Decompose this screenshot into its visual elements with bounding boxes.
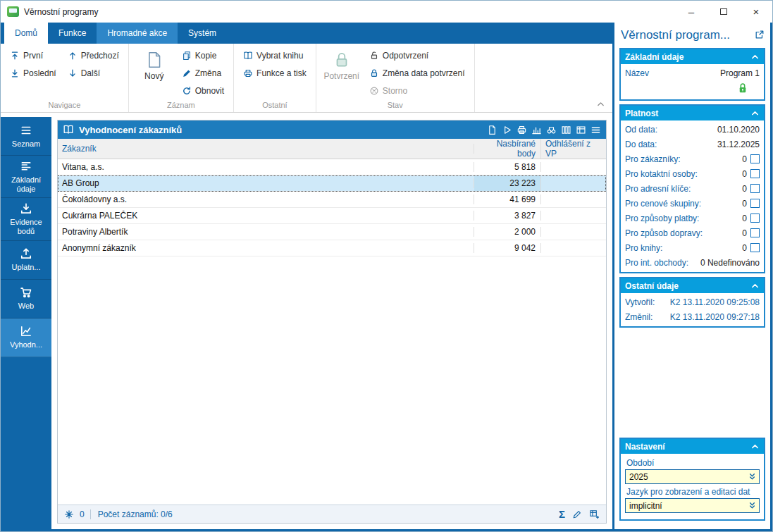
- run-icon[interactable]: [502, 125, 512, 135]
- sidebar-item-evidence-bodu[interactable]: Evidence bodů: [1, 198, 51, 240]
- storno-button[interactable]: Storno: [365, 82, 469, 99]
- section-body: Název Program 1: [621, 64, 764, 99]
- column-header-customer[interactable]: Zákazník: [58, 144, 474, 154]
- print-icon[interactable]: [517, 125, 527, 135]
- table-row[interactable]: Čokoládovny a.s. 41 699: [58, 192, 606, 208]
- checkbox[interactable]: [750, 199, 760, 208]
- sum-icon[interactable]: Σ: [559, 508, 565, 520]
- last-button[interactable]: Poslední: [6, 64, 61, 82]
- tab-domu[interactable]: Domů: [4, 23, 48, 44]
- cell-points: 41 699: [474, 194, 541, 204]
- field-label: Pro cenové skupiny:: [625, 199, 701, 209]
- previous-button[interactable]: Předchozí: [63, 47, 123, 64]
- section-header-ostatni[interactable]: Ostatní údaje: [621, 278, 764, 293]
- window-controls: – ×: [675, 1, 772, 23]
- maximize-button[interactable]: [707, 1, 740, 23]
- table-row[interactable]: Anonymní zákazník 9 042: [58, 240, 606, 256]
- app-icon: [7, 6, 19, 17]
- view-switch-icon[interactable]: [576, 125, 586, 135]
- first-label: První: [23, 51, 43, 61]
- ribbon-tabstrip: Domů Funkce Hromadné akce Systém: [1, 23, 612, 44]
- filter-flake-icon[interactable]: [64, 509, 74, 519]
- table-row[interactable]: Potraviny Albertík 2 000: [58, 224, 606, 240]
- chart-icon[interactable]: [531, 125, 542, 135]
- checkbox[interactable]: [750, 228, 760, 237]
- period-dropdown[interactable]: 2025: [625, 469, 760, 484]
- section-zakladni-udaje: Základní údaje Název Program 1: [619, 48, 765, 101]
- section-title: Základní údaje: [625, 52, 684, 62]
- change-date-lock-icon: [369, 68, 379, 78]
- confirmed-lock-row: [625, 80, 760, 97]
- columns-icon[interactable]: [561, 125, 571, 135]
- column-header-points[interactable]: Nasbírané body: [474, 139, 541, 159]
- copy-button[interactable]: Kopie: [178, 47, 228, 64]
- section-header-zakladni[interactable]: Základní údaje: [621, 49, 764, 64]
- sidebar-item-zakladni-udaje[interactable]: Základní údaje: [1, 156, 51, 198]
- close-button[interactable]: ×: [740, 1, 772, 23]
- language-dropdown[interactable]: implicitní: [625, 498, 760, 513]
- section-title: Platnost: [625, 109, 658, 118]
- field-row: Pro kotaktní osoby: 0: [625, 166, 760, 181]
- new-button[interactable]: Nový: [134, 47, 175, 81]
- change-confirm-date-button[interactable]: Změna data potvrzení: [365, 64, 469, 82]
- checkbox[interactable]: [750, 243, 760, 252]
- checkbox[interactable]: [750, 154, 760, 163]
- edit-icon[interactable]: [572, 509, 582, 519]
- confirm-button[interactable]: Potvrzení: [321, 47, 362, 81]
- section-platnost: Platnost Od data: 01.10.2020 Do data: 31…: [619, 104, 765, 273]
- sidebar-item-vyhodnoceni[interactable]: Vyhodn...: [1, 318, 51, 357]
- previous-label: Předchozí: [81, 51, 119, 61]
- section-header-nastaveni[interactable]: Nastavení: [621, 439, 764, 454]
- language-label: Jazyk pro zobrazení a editaci dat: [626, 487, 759, 497]
- menu-icon[interactable]: [590, 125, 601, 135]
- sidebar-item-seznam[interactable]: Seznam: [1, 117, 51, 156]
- field-label: Pro knihy:: [625, 243, 662, 253]
- sidebar-item-label: Evidence bodů: [2, 218, 50, 235]
- field-value: K2 13.11.2020 09:27:18: [670, 312, 760, 322]
- change-button[interactable]: Změna: [178, 64, 228, 82]
- field-label: Do data:: [625, 140, 657, 149]
- external-link-icon[interactable]: [755, 30, 765, 39]
- section-header-platnost[interactable]: Platnost: [621, 106, 764, 120]
- field-value: 0 Nedefinováno: [700, 258, 760, 268]
- first-button[interactable]: První: [6, 47, 61, 64]
- field-row: Pro zákazníky: 0: [625, 151, 760, 166]
- table-row-selected[interactable]: AB Group 23 223: [58, 175, 606, 192]
- functions-print-button[interactable]: Funkce a tisk: [239, 64, 311, 82]
- checkbox[interactable]: [750, 184, 760, 193]
- field-row: Pro cenové skupiny: 0: [625, 196, 760, 211]
- collapse-ribbon-icon[interactable]: [596, 99, 605, 109]
- minimize-button[interactable]: –: [675, 1, 707, 23]
- next-label: Další: [81, 68, 100, 78]
- tab-funkce[interactable]: Funkce: [48, 23, 97, 44]
- storno-label: Storno: [383, 86, 407, 96]
- next-button[interactable]: Další: [63, 64, 123, 82]
- content-area: Seznam Základní údaje Evidence bodů Upla…: [1, 113, 612, 529]
- sidebar-item-label: Základní údaje: [2, 175, 50, 193]
- checkbox[interactable]: [750, 214, 760, 223]
- status-bar: 0 Počet záznamů: 0/6 Σ: [58, 505, 606, 523]
- cart-icon: [20, 286, 32, 299]
- table-column-headers: Zákazník Nasbírané body Odhlášení z VP: [58, 139, 606, 159]
- table-row[interactable]: Vitana, a.s. 5 818: [58, 159, 606, 175]
- table-row[interactable]: Cukrárna PALEČEK 3 827: [58, 208, 606, 224]
- grid-copy-icon[interactable]: [589, 509, 600, 519]
- sidebar-item-web[interactable]: Web: [1, 280, 51, 318]
- cell-customer: Čokoládovny a.s.: [58, 194, 474, 204]
- binoculars-icon[interactable]: [546, 125, 557, 135]
- select-book-button[interactable]: Vybrat knihu: [239, 47, 311, 64]
- ribbon-group-label: Záznam: [134, 99, 228, 112]
- detail-panel: Věrnostní program... Základní údaje Náze…: [612, 23, 770, 529]
- unconfirm-button[interactable]: Odpotvrzení: [365, 47, 469, 64]
- sidebar: Seznam Základní údaje Evidence bodů Upla…: [1, 117, 51, 529]
- checkbox[interactable]: [750, 169, 760, 178]
- sidebar-item-uplatneni[interactable]: Uplatn...: [1, 241, 51, 280]
- last-icon: [10, 68, 20, 78]
- column-header-optout[interactable]: Odhlášení z VP: [541, 139, 606, 159]
- refresh-button[interactable]: Obnovit: [178, 82, 228, 99]
- select-book-icon: [243, 51, 253, 61]
- tab-hromadne-akce[interactable]: Hromadné akce: [97, 23, 178, 44]
- new-page-icon[interactable]: [487, 125, 497, 135]
- field-row: Pro způsob dopravy: 0: [625, 225, 760, 240]
- tab-system[interactable]: Systém: [178, 23, 227, 44]
